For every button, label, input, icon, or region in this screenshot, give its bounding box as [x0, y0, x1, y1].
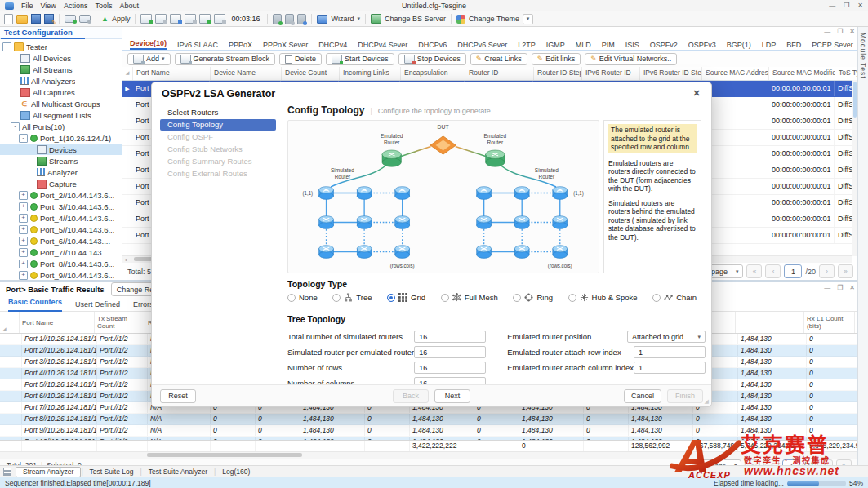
column-header[interactable]: Source MAC Modifier — [769, 67, 835, 80]
next-page-button[interactable]: › — [819, 264, 835, 278]
theme-icon[interactable] — [456, 15, 465, 24]
tab-bgp-1[interactable]: BGP(1) — [727, 41, 751, 50]
column-header[interactable]: Source MAC Address — [702, 67, 769, 80]
nav-config-topology[interactable]: Config Topology — [160, 119, 276, 131]
tab-dhcpv4[interactable]: DHCPv4 — [318, 41, 347, 50]
tree-item-port-6-10-44-143[interactable]: +Port_6//10.44.143.... — [0, 235, 122, 246]
change-bs-server-button[interactable]: Change BS Server — [385, 15, 446, 23]
radio-full-mesh[interactable]: Full Mesh — [441, 293, 498, 302]
number-of-rows-input[interactable]: 16 — [414, 362, 486, 374]
tab-dhcpv4-sever[interactable]: DHCPv4 Sever — [358, 41, 407, 50]
last-page-button[interactable]: » — [838, 264, 853, 278]
radio-tree[interactable]: Tree — [332, 293, 372, 302]
change-theme-button[interactable]: Change Theme — [469, 15, 519, 23]
pause-traffic-icon[interactable] — [155, 14, 167, 24]
tab-isis[interactable]: ISIS — [625, 41, 639, 50]
column-header[interactable]: Port Name — [20, 312, 95, 333]
menu-actions[interactable]: Actions — [64, 2, 88, 10]
tree-item-all-segment-lists[interactable]: All segment Lists — [0, 109, 122, 121]
tab-ldp[interactable]: LDP — [762, 41, 777, 50]
tree-item-all-devices[interactable]: All Devices — [0, 52, 122, 64]
tree-item-devices[interactable]: Devices — [0, 144, 122, 155]
scrollbar-thumb[interactable] — [147, 453, 302, 457]
tree-item-port-2-10-44-143-6[interactable]: +Port_2//10.44.143.6... — [0, 189, 122, 201]
tree-item-port-7-10-44-143[interactable]: +Port_7//10.44.143.... — [0, 246, 122, 258]
table-row[interactable]: Port 8//10.26.124.181/1/8Port.//1/2N/A00… — [0, 414, 858, 425]
status-tab-test-suite-analyzer[interactable]: Test Suite Analyzer — [142, 468, 214, 476]
next-button[interactable]: Next — [434, 389, 470, 403]
column-header[interactable]: ToS Type — [835, 67, 858, 80]
column-header[interactable]: IPv6 Router ID — [582, 67, 640, 80]
button-edit-virtual-networks[interactable]: ✎Edit Virtual Networks.. — [585, 53, 677, 65]
results-hscrollbar[interactable] — [0, 451, 858, 459]
button-edit-links[interactable]: ✎Edit links — [532, 53, 581, 65]
save-results-icon[interactable] — [170, 14, 181, 24]
tree-item-port-3-10-44-143-6[interactable]: +Port_3//10.44.143.6... — [0, 201, 122, 212]
button-generate-stream-block[interactable]: Generate Stream Block — [175, 53, 276, 65]
menu-about[interactable]: About — [119, 2, 139, 10]
module-test-tab[interactable]: Module Test — [859, 33, 867, 465]
panel-minimize-icon[interactable]: — — [824, 28, 830, 35]
expander-icon[interactable]: + — [19, 237, 28, 246]
column-header[interactable]: Incoming Links — [340, 67, 401, 80]
expander-icon[interactable]: - — [11, 122, 20, 131]
tree-item-capture[interactable]: Capture — [0, 178, 122, 189]
column-header[interactable]: Encapsulation — [401, 67, 465, 80]
minimize-button[interactable]: — — [829, 0, 835, 11]
tree-item-port-8-10-44-143-6[interactable]: +Port_8//10.44.143.6... — [0, 258, 122, 269]
panel-restore-icon[interactable]: ❐ — [837, 28, 843, 35]
panel-close-icon[interactable]: ✕ — [849, 28, 855, 35]
column-header[interactable]: Router ID Step — [534, 67, 582, 80]
tab-pppox[interactable]: PPPoX — [229, 41, 252, 50]
scroll-left-icon[interactable]: ◂ — [124, 256, 127, 263]
tree-item-port-5-10-44-143-6[interactable]: +Port_5//10.44.143.6... — [0, 224, 122, 235]
panel-close-icon[interactable]: ✕ — [849, 284, 855, 291]
db-config-icon[interactable] — [297, 14, 306, 24]
tree-item-tester[interactable]: -Tester — [0, 41, 122, 52]
nav-config-summary-routes[interactable]: Config Summary Routes — [160, 156, 276, 167]
db-start-icon[interactable] — [273, 14, 282, 24]
expander-icon[interactable]: + — [19, 202, 28, 211]
radio-none[interactable]: None — [287, 293, 318, 302]
tree-item-port-9-10-44-143-6[interactable]: +Port_9//10.44.143.6... — [0, 269, 122, 281]
menu-file[interactable]: File — [21, 2, 33, 10]
expander-icon[interactable]: - — [2, 42, 11, 51]
tab-mld[interactable]: MLD — [576, 41, 591, 50]
new-file-icon[interactable] — [4, 14, 13, 24]
table-row[interactable]: Port 10//10.26.124.181/1/10Port.//1/2N/A… — [0, 437, 858, 440]
chevron-down-icon[interactable]: ▾ — [358, 16, 361, 22]
prev-page-button[interactable]: ‹ — [765, 264, 781, 278]
tree-item-all-ports-10[interactable]: -All Ports(10) — [0, 121, 122, 132]
nav-config-external-routes[interactable]: Config External Routes — [160, 168, 276, 180]
tab-ipv6-slaac[interactable]: IPv6 SLAAC — [177, 41, 218, 50]
tab-ospfv2[interactable]: OSPFv2 — [650, 41, 678, 50]
table-row[interactable]: Port 9//10.26.124.181/1/9Port.//1/2N/A00… — [0, 425, 858, 437]
button-creat-links[interactable]: ✎Creat Links — [470, 53, 527, 65]
expander-icon[interactable]: + — [19, 191, 28, 200]
tree-item-port-4-10-44-143-6[interactable]: +Port_4//10.44.143.6... — [0, 212, 122, 224]
start-traffic-icon[interactable] — [140, 14, 152, 24]
button-start-devices[interactable]: Start Devices — [326, 53, 394, 65]
total-simulated-routers-input[interactable]: 16 — [414, 331, 486, 343]
tab-bfd[interactable]: BFD — [786, 41, 801, 50]
column-header[interactable]: Rx L1 Count (bits) — [804, 312, 855, 333]
column-header[interactable]: Router ID — [465, 67, 534, 80]
emulated-router-position-select[interactable]: Attached to grid▾ — [627, 331, 706, 343]
column-header[interactable]: Device Name — [211, 67, 282, 80]
expander-icon[interactable]: - — [19, 134, 28, 143]
tab-pppox-sever[interactable]: PPPoX Sever — [263, 41, 308, 50]
dialog-close-icon[interactable]: ✕ — [691, 88, 702, 99]
resize-grip[interactable]: ◢ — [705, 398, 709, 405]
results-tab-usert-defined[interactable]: Usert Defined — [75, 300, 120, 308]
panel-restore-icon[interactable]: ❐ — [837, 284, 843, 291]
button-add[interactable]: Add▾ — [127, 53, 171, 65]
results-tab-basic-counters[interactable]: Basic Counters — [8, 296, 62, 312]
simulated-per-emulated-input[interactable]: 16 — [414, 346, 486, 358]
button-delete[interactable]: Delete — [279, 53, 322, 65]
connect-icon[interactable] — [65, 15, 76, 23]
tab-device-10[interactable]: Device(10) — [130, 39, 167, 50]
close-button[interactable]: ✕ — [857, 0, 863, 11]
column-header[interactable]: Device Count — [282, 67, 340, 80]
radio-chain[interactable]: Chain — [652, 293, 697, 302]
menu-view[interactable]: View — [41, 2, 56, 10]
